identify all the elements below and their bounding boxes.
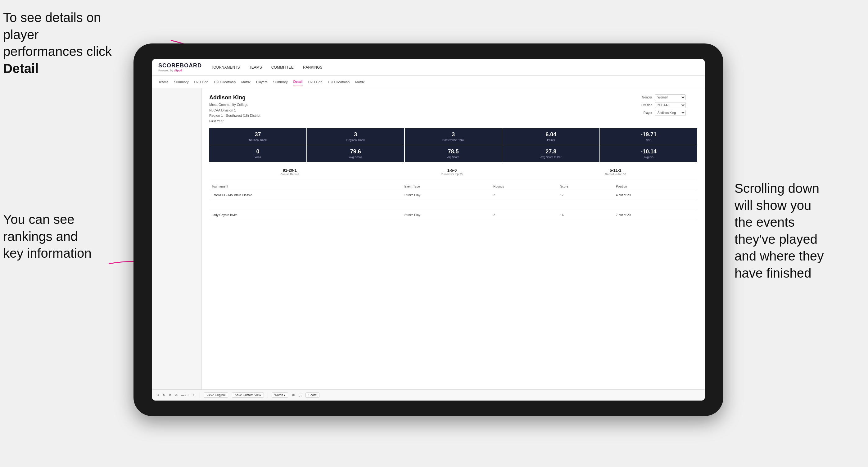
subnav-h2h-grid2[interactable]: H2H Grid (308, 79, 322, 85)
toolbar-zoom-in[interactable]: ⊕ (169, 394, 172, 397)
stat-adj-score: 78.5 Adj Score (405, 145, 502, 162)
col-tournament: Tournament (209, 183, 402, 190)
player-division: NJCAA Division 1 (209, 108, 236, 112)
stat-sos: -19.71 SoS (600, 128, 697, 145)
subnav-summary[interactable]: Summary (174, 79, 188, 85)
logo-clippd: clippd (174, 69, 182, 72)
subnav-h2h-grid[interactable]: H2H Grid (194, 79, 208, 85)
toolbar-timer[interactable]: ⏱ (193, 394, 196, 397)
col-rounds: Rounds (491, 183, 558, 190)
annotation-bottomright-l5: and where they (735, 249, 824, 263)
event-type-3: Stroke Play (402, 210, 491, 220)
score-1: 17 (558, 190, 614, 200)
logo-powered: Powered by clippd (158, 69, 202, 72)
gender-select[interactable]: Women (655, 94, 686, 100)
subnav-detail[interactable]: Detail (293, 79, 303, 85)
share-btn[interactable]: Share (306, 393, 319, 398)
rounds-2 (491, 200, 558, 210)
toolbar-expand[interactable]: ⛶ (299, 394, 302, 397)
score-2 (558, 200, 614, 210)
stats-grid-row1: 37 National Rank 3 Regional Rank 3 Confe… (209, 128, 697, 145)
main-content: Addison King Mesa Community College NJCA… (152, 88, 705, 390)
subnav-matrix[interactable]: Matrix (241, 79, 251, 85)
stat-avg-score-par: 27.8 Avg Score to Par (502, 145, 599, 162)
annotation-bottomright-l1: Scrolling down (735, 181, 819, 196)
player-controls: Gender Women Division NJCAA I (635, 94, 697, 116)
records-row: 91-20-1 Overall Record 1-5-0 Record vs t… (209, 165, 697, 179)
col-event-type: Event Type (402, 183, 491, 190)
watch-btn[interactable]: Watch ▾ (272, 393, 288, 398)
nav-items: TOURNAMENTS TEAMS COMMITTEE RANKINGS (211, 64, 322, 71)
position-3: 7 out of 20 (614, 210, 697, 220)
stat-regional-rank: 3 Regional Rank (307, 128, 404, 145)
logo-scoreboard: SCOREBOARD (158, 62, 202, 69)
division-control: Division NJCAA I (635, 102, 697, 108)
tablet-screen: SCOREBOARD Powered by clippd TOURNAMENTS… (152, 59, 705, 401)
annotation-bottomleft-line1: You can see (3, 212, 74, 227)
annotation-bottomright-l4: they've played (735, 232, 817, 247)
annotation-bottomright: Scrolling down will show you the events … (735, 180, 865, 282)
position-1: 4 out of 20 (614, 190, 697, 200)
left-panel (152, 88, 202, 390)
player-name: Addison King (209, 94, 260, 101)
event-type-1: Stroke Play (402, 190, 491, 200)
player-year: First Year (209, 119, 223, 123)
subnav-h2h-heatmap[interactable]: H2H Heatmap (214, 79, 236, 85)
toolbar-undo[interactable]: ↺ (156, 394, 159, 397)
view-original-btn[interactable]: View: Original (204, 393, 228, 398)
bottom-toolbar: ↺ ↻ ⊕ ⊖ — • + ⏱ View: Original Save Cust… (152, 390, 705, 401)
table-row (209, 200, 697, 210)
toolbar-redo[interactable]: ↻ (163, 394, 165, 397)
subnav-summary2[interactable]: Summary (273, 79, 288, 85)
stat-avg-sg: -10.14 Avg SG (600, 145, 697, 162)
nav-tournaments[interactable]: TOURNAMENTS (211, 64, 240, 71)
save-custom-view-btn[interactable]: Save Custom View (232, 393, 264, 398)
right-panel: Addison King Mesa Community College NJCA… (202, 88, 705, 390)
annotation-topleft-text: To see details on player performances cl… (3, 10, 112, 59)
table-row: Estella CC- Mountain Classic Stroke Play… (209, 190, 697, 200)
event-type-2 (402, 200, 491, 210)
annotation-topleft: To see details on player performances cl… (3, 9, 121, 77)
nav-teams[interactable]: TEAMS (249, 64, 262, 71)
record-top50: 5-11-1 Record vs top 50 (605, 168, 626, 176)
record-top25: 1-5-0 Record vs top 25 (441, 168, 463, 176)
tournament-name-1: Estella CC- Mountain Classic (209, 190, 402, 200)
toolbar-fit[interactable]: — • + (181, 394, 189, 397)
annotation-bottomleft: You can see rankings and key information (3, 211, 115, 262)
stats-grid-row2: 0 Wins 79.6 Avg Score 78.5 Adj Score 27.… (209, 145, 697, 162)
player-select[interactable]: Addison King (655, 110, 686, 116)
subnav-matrix2[interactable]: Matrix (355, 79, 365, 85)
rounds-3: 2 (491, 210, 558, 220)
table-header-row: Tournament Event Type Rounds Score Posit… (209, 183, 697, 190)
record-overall: 91-20-1 Overall Record (280, 168, 299, 176)
player-control: Player Addison King (635, 110, 697, 116)
nav-committee[interactable]: COMMITTEE (271, 64, 294, 71)
stat-avg-score: 79.6 Avg Score (307, 145, 404, 162)
stat-national-rank: 37 National Rank (209, 128, 306, 145)
tournament-name-3: Lady Coyote Invite (209, 210, 402, 220)
subnav-players[interactable]: Players (256, 79, 268, 85)
tournament-table: Tournament Event Type Rounds Score Posit… (209, 183, 697, 220)
nav-bar: SCOREBOARD Powered by clippd TOURNAMENTS… (152, 59, 705, 76)
position-2 (614, 200, 697, 210)
annotation-bottomright-l6: have finished (735, 266, 811, 280)
subnav-teams[interactable]: Teams (158, 79, 168, 85)
logo-area: SCOREBOARD Powered by clippd (158, 62, 202, 72)
score-3: 16 (558, 210, 614, 220)
toolbar-zoom-out[interactable]: ⊖ (175, 394, 178, 397)
toolbar-monitor[interactable]: 🖥 (292, 394, 295, 397)
gender-control: Gender Women (635, 94, 697, 100)
player-label: Player (635, 111, 652, 115)
rounds-1: 2 (491, 190, 558, 200)
division-label: Division (635, 103, 652, 107)
stat-conference-rank: 3 Conference Rank (405, 128, 502, 145)
player-region: Region 1 - Southwest (18) District (209, 114, 260, 117)
nav-rankings[interactable]: RANKINGS (303, 64, 322, 71)
subnav-h2h-heatmap2[interactable]: H2H Heatmap (328, 79, 350, 85)
toolbar-divider-2 (268, 393, 268, 398)
division-select[interactable]: NJCAA I (655, 102, 686, 108)
col-position: Position (614, 183, 697, 190)
player-info: Addison King Mesa Community College NJCA… (209, 94, 260, 124)
annotation-bottomright-l2: will show you (735, 198, 811, 213)
toolbar-divider-1 (199, 393, 200, 398)
